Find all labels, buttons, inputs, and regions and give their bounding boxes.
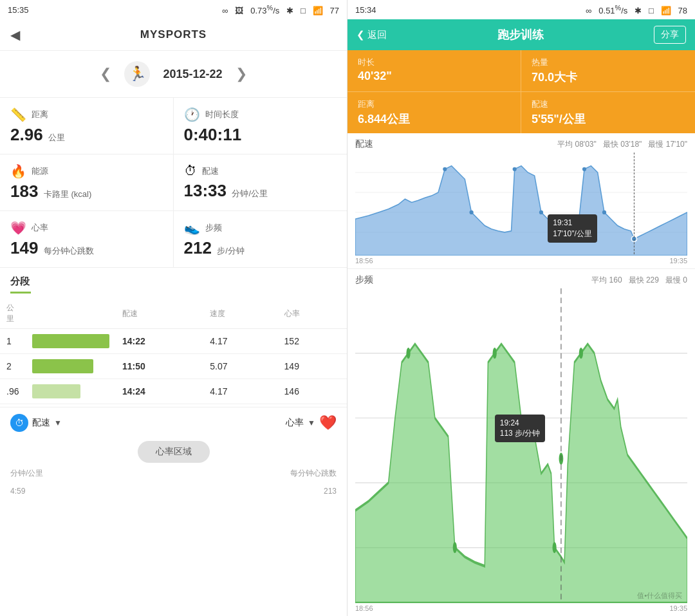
duration-label: 时间长度: [205, 109, 239, 120]
cadence-unit: 步/分钟: [217, 246, 245, 256]
stat-pace: ⏱ 配速 13:33 分钟/公里: [174, 154, 348, 211]
stat-distance: 📏 距离 2.96 公里: [0, 98, 174, 154]
cadence-time-start: 18:56: [355, 604, 373, 612]
left-status-icons: ∞ 🖼 0.73%/s ✱ □ 📶 77: [222, 4, 339, 15]
axis-labels: 分钟/公里 每分钟心跳数: [0, 465, 347, 484]
heart-zone-button[interactable]: 心率区域: [138, 441, 210, 463]
summary-value: 40'32": [358, 70, 510, 83]
heartrate-icon: 💗: [10, 220, 26, 236]
share-button[interactable]: 分享: [654, 26, 686, 44]
cadence-value: 212: [184, 238, 212, 257]
stat-calories: 🔥 能源 183 卡路里 (kcal): [0, 154, 174, 211]
summary-label: 距离: [358, 98, 510, 110]
next-date-button[interactable]: ❯: [236, 66, 247, 82]
svg-point-6: [513, 167, 517, 171]
summary-value: 5'55"/公里: [532, 111, 685, 127]
summary-cell: 时长 40'32": [348, 50, 521, 92]
cadence-chart-area: 19:24 113 步/分钟 值•什么值得买: [355, 288, 687, 603]
pace-time-end: 19:35: [669, 257, 687, 265]
duration-icon: 🕐: [184, 107, 200, 122]
pace-control: ⏱ 配速 ▼: [10, 414, 62, 432]
right-axis-value: 213: [324, 487, 337, 496]
row-km: 1: [0, 329, 26, 354]
left-axis-label: 分钟/公里: [10, 468, 43, 479]
row-speed: 5.07: [203, 354, 277, 379]
pace-chart-area: 19:31 17'10"/公里: [355, 153, 687, 256]
cadence-chart-title: 步频: [355, 274, 373, 286]
distance-value: 2.96: [10, 125, 43, 144]
app-header: ◀ MYSPORTS: [0, 19, 347, 51]
segment-table: 公里 配速 速度 心率 1 14:22 4.17 152 2 11:50 5.0…: [0, 299, 347, 404]
segment-title: 分段: [0, 268, 347, 290]
calories-unit: 卡路里 (kcal): [44, 189, 91, 199]
pace-ctrl-dropdown[interactable]: ▼: [54, 418, 62, 427]
summary-grid: 时长 40'32" 热量 70.0大卡 距离 6.844公里 配速 5'55"/…: [348, 50, 695, 133]
table-row: .96 14:24 4.17 146: [0, 379, 347, 404]
col-hr: 心率: [278, 299, 347, 329]
svg-point-7: [539, 210, 543, 214]
svg-point-8: [582, 167, 586, 171]
status-bar-right: 15:34 ∞ 0.51%/s ✱ □ 📶 78: [348, 0, 695, 19]
svg-point-19: [553, 542, 557, 553]
cadence-icon: 👟: [184, 220, 200, 236]
top-nav: ❮ 返回 跑步训练 分享: [348, 19, 695, 50]
pace-time-start: 18:56: [355, 257, 373, 265]
stat-cadence: 👟 步频 212 步/分钟: [174, 211, 348, 268]
pace-chart-section: 配速 平均 08'03" 最快 03'18" 最慢 17'10": [348, 133, 695, 269]
summary-label: 时长: [358, 57, 510, 68]
pace-ctrl-label[interactable]: 配速: [32, 417, 50, 429]
row-hr: 152: [278, 329, 347, 354]
stat-duration: 🕐 时间长度 0:40:11: [174, 98, 348, 154]
heart-icon: ❤️: [319, 415, 337, 431]
distance-unit: 公里: [48, 133, 65, 142]
svg-point-16: [406, 348, 410, 359]
row-bar: [26, 379, 116, 404]
summary-label: 热量: [532, 57, 685, 68]
cadence-chart-times: 18:56 19:35: [355, 603, 687, 613]
activity-icon: 🏃: [124, 61, 150, 87]
col-km: 公里: [0, 299, 26, 329]
svg-point-5: [470, 210, 474, 214]
table-row: 1 14:22 4.17 152: [0, 329, 347, 354]
hr-ctrl-label[interactable]: 心率: [286, 417, 304, 429]
back-label: 返回: [367, 29, 387, 41]
status-bar-left: 15:35 ∞ 🖼 0.73%/s ✱ □ 📶 77: [0, 0, 347, 19]
row-km: .96: [0, 379, 26, 404]
svg-point-18: [493, 348, 497, 359]
cadence-label: 步频: [205, 222, 222, 234]
pace-chart-title: 配速: [355, 138, 373, 150]
row-pace: 14:22: [116, 329, 203, 354]
heartrate-value: 149: [10, 238, 38, 257]
back-button-right[interactable]: ❮ 返回: [357, 29, 387, 41]
calories-value: 183: [10, 182, 38, 201]
duration-value: 0:40:11: [184, 125, 242, 144]
heartrate-unit: 每分钟心跳数: [44, 246, 94, 256]
col-bar: [26, 299, 116, 329]
hr-ctrl-dropdown[interactable]: ▼: [308, 418, 315, 427]
right-panel: 15:34 ∞ 0.51%/s ✱ □ 📶 78 ❮ 返回 跑步训练 分享 时长…: [348, 0, 695, 616]
row-bar: [26, 354, 116, 379]
stat-heartrate: 💗 心率 149 每分钟心跳数: [0, 211, 174, 268]
back-button[interactable]: ◀: [10, 27, 20, 42]
row-pace: 11:50: [116, 354, 203, 379]
segment-divider: [10, 292, 31, 294]
summary-value: 6.844公里: [358, 111, 510, 127]
left-panel: 15:35 ∞ 🖼 0.73%/s ✱ □ 📶 77 ◀ MYSPORTS ❮ …: [0, 0, 348, 616]
prev-date-button[interactable]: ❮: [100, 66, 111, 82]
cadence-time-end: 19:35: [669, 604, 687, 612]
right-axis-label: 每分钟心跳数: [290, 468, 337, 479]
left-axis-value: 4:59: [10, 487, 25, 496]
pace-label: 配速: [202, 165, 219, 177]
svg-point-17: [453, 542, 457, 553]
row-hr: 149: [278, 354, 347, 379]
row-km: 2: [0, 354, 26, 379]
table-row: 2 11:50 5.07 149: [0, 354, 347, 379]
row-speed: 4.17: [203, 329, 277, 354]
summary-cell: 热量 70.0大卡: [521, 50, 695, 92]
app-title: MYSPORTS: [140, 28, 207, 41]
distance-icon: 📏: [10, 107, 26, 122]
axis-values: 4:59 213: [0, 484, 347, 501]
row-speed: 4.17: [203, 379, 277, 404]
nav-title: 跑步训练: [393, 27, 647, 42]
heartrate-label: 心率: [32, 222, 48, 234]
